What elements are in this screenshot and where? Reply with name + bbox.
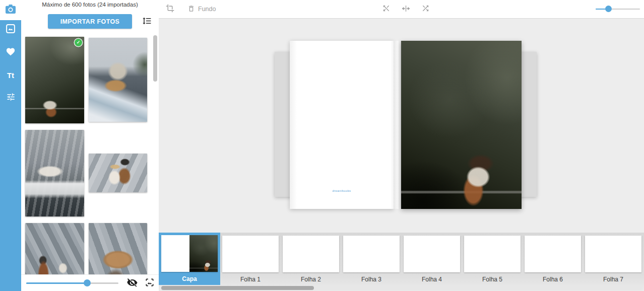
page-tile-folha-5[interactable]: Folha 5 bbox=[462, 233, 523, 285]
rail-item-photos[interactable] bbox=[0, 25, 21, 35]
thumbnail-size-slider[interactable] bbox=[26, 279, 118, 286]
page-tile-folha-3[interactable]: Folha 3 bbox=[341, 233, 402, 285]
page-thumbnail bbox=[585, 236, 641, 272]
strip-scrollbar[interactable] bbox=[160, 285, 642, 290]
editor-toolbar: Fundo bbox=[159, 0, 644, 19]
used-check-badge: ✓ bbox=[75, 39, 82, 46]
photo-count-text: Máximo de 600 fotos (24 importadas) bbox=[21, 0, 159, 8]
trash-icon bbox=[187, 5, 195, 14]
page-label: Folha 7 bbox=[603, 276, 623, 283]
camera-icon bbox=[5, 4, 16, 16]
sort-icon bbox=[142, 20, 152, 27]
heart-icon bbox=[6, 47, 16, 58]
background-label: Fundo bbox=[198, 6, 216, 13]
photo-thumbnail[interactable] bbox=[25, 130, 84, 216]
rail-item-camera[interactable] bbox=[0, 0, 21, 20]
photo-panel: Máximo de 600 fotos (24 importadas) IMPO… bbox=[21, 0, 159, 291]
swap-pages-button[interactable] bbox=[401, 5, 411, 14]
mini-back-cover bbox=[161, 235, 189, 272]
page-tile-folha-7[interactable]: Folha 7 bbox=[583, 233, 643, 285]
page-thumbnail bbox=[161, 235, 218, 272]
strip-scrollbar-thumb[interactable] bbox=[161, 286, 314, 290]
canvas-zoom-slider[interactable] bbox=[596, 6, 640, 12]
tune-icon bbox=[6, 92, 16, 104]
swap-horizontal-icon bbox=[401, 5, 411, 14]
page-label: Capa bbox=[182, 275, 197, 282]
page-tile-folha-2[interactable]: Folha 2 bbox=[281, 233, 341, 285]
photo-grid: ✓ bbox=[21, 31, 159, 274]
page-tile-capa[interactable]: Capa bbox=[159, 233, 220, 285]
page-tile-folha-6[interactable]: Folha 6 bbox=[523, 233, 583, 285]
front-cover-photo[interactable] bbox=[401, 41, 522, 209]
page-label: Folha 4 bbox=[422, 276, 442, 283]
shuffle-button[interactable] bbox=[421, 4, 430, 14]
toolbar-center-group bbox=[382, 0, 430, 18]
crop-button[interactable] bbox=[166, 4, 174, 14]
page-label: Folha 1 bbox=[240, 276, 261, 283]
page-thumbnail bbox=[222, 236, 279, 272]
photobook-editor: Tt Máximo de 600 fotos (24 importadas) I… bbox=[0, 0, 644, 291]
page-tile-folha-1[interactable]: Folha 1 bbox=[220, 233, 281, 285]
photo-thumbnail[interactable] bbox=[89, 38, 147, 122]
rail-item-adjust[interactable] bbox=[0, 93, 21, 103]
left-rail: Tt bbox=[0, 0, 21, 291]
page-label: Folha 3 bbox=[361, 276, 381, 283]
page-label: Folha 5 bbox=[482, 276, 502, 283]
page-thumbnail bbox=[283, 236, 339, 272]
crop-icon bbox=[166, 4, 174, 14]
eye-off-icon bbox=[126, 277, 138, 289]
back-cover-page[interactable]: dreambooks bbox=[290, 41, 394, 209]
zoom-slider-thumb[interactable] bbox=[605, 6, 612, 12]
spread-canvas[interactable]: dreambooks bbox=[159, 19, 644, 233]
photo-thumbnail[interactable] bbox=[89, 154, 147, 192]
rail-item-text[interactable]: Tt bbox=[0, 70, 21, 80]
editor-area: Fundo bbox=[159, 0, 644, 291]
brand-logo-text: dreambooks bbox=[290, 189, 394, 192]
photos-icon bbox=[6, 24, 16, 36]
page-thumbnail bbox=[404, 236, 460, 272]
slider-fill bbox=[26, 282, 87, 284]
remove-background-button[interactable]: Fundo bbox=[187, 5, 216, 14]
page-thumbnail bbox=[525, 236, 581, 272]
panel-scrollbar[interactable] bbox=[153, 35, 157, 82]
mini-front-cover bbox=[189, 235, 218, 272]
pages-strip: Capa Folha 1 Folha 2 Folha 3 Folha 4 Fol… bbox=[159, 233, 644, 291]
page-label: Folha 2 bbox=[301, 276, 321, 283]
page-thumbnail bbox=[464, 236, 521, 272]
rail-item-favorites[interactable] bbox=[0, 47, 21, 57]
photo-thumbnail[interactable] bbox=[25, 223, 84, 274]
autofill-frames-button[interactable] bbox=[145, 277, 155, 289]
import-photos-button[interactable]: IMPORTAR FOTOS bbox=[48, 14, 132, 29]
text-icon: Tt bbox=[7, 71, 14, 80]
book-spine[interactable] bbox=[394, 41, 401, 209]
sort-photos-button[interactable] bbox=[141, 16, 152, 27]
panel-footer bbox=[21, 274, 159, 291]
shuffle-left-button[interactable] bbox=[382, 4, 391, 14]
page-tile-folha-4[interactable]: Folha 4 bbox=[402, 233, 462, 285]
page-label: Folha 6 bbox=[543, 276, 563, 283]
shuffle-reverse-icon bbox=[382, 4, 391, 14]
shuffle-icon bbox=[421, 4, 430, 14]
hide-used-photos-button[interactable] bbox=[126, 277, 138, 289]
photo-frame-icon bbox=[145, 277, 155, 289]
photo-thumbnail[interactable]: ✓ bbox=[25, 37, 84, 123]
photo-thumbnail[interactable] bbox=[89, 223, 147, 274]
rail-body: Tt bbox=[0, 20, 21, 291]
slider-thumb[interactable] bbox=[84, 279, 91, 286]
page-thumbnail bbox=[343, 236, 400, 272]
